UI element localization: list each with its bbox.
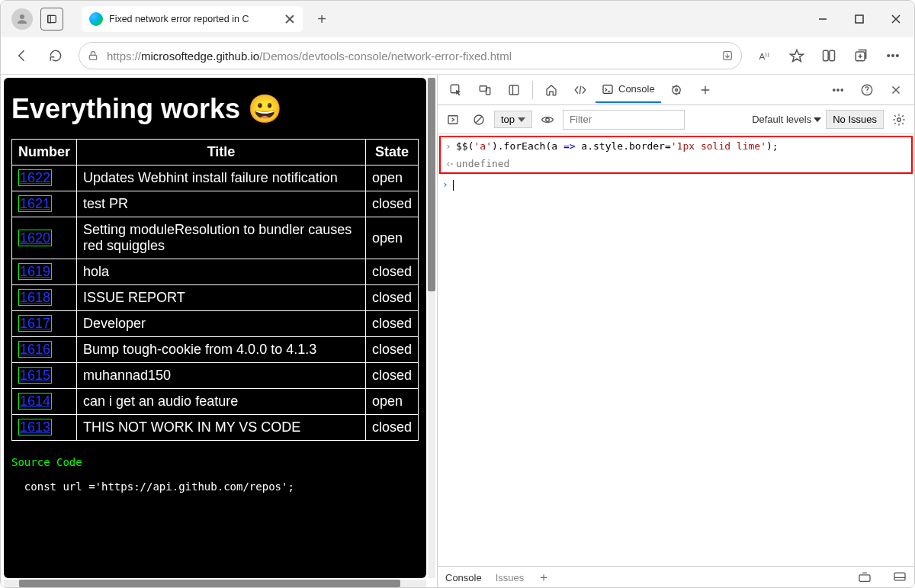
table-row: 1622Updates Webhint install failure noti… [12,165,419,191]
input-marker-icon [445,140,456,152]
console-output[interactable]: $$('a').forEach(a => a.style.border='1px… [438,134,914,566]
table-row: 1619holaclosed [12,259,419,285]
issue-title: hola [77,259,366,285]
drawer-tab-console[interactable]: Console [445,572,482,583]
read-aloud-icon[interactable]: A⁾⁾ [750,40,780,71]
profile-avatar[interactable] [11,8,33,30]
column-header: State [365,140,418,165]
table-row: 1613THIS NOT WORK IN MY VS CODEclosed [12,415,419,441]
table-row: 1617Developerclosed [12,311,419,337]
elements-tab-icon[interactable] [567,76,594,104]
issue-state: closed [365,415,418,441]
more-menu-icon[interactable] [878,40,908,71]
issue-title: ISSUE REPORT [77,285,366,311]
svg-point-43 [546,117,550,121]
svg-line-41 [476,117,482,123]
table-row: 1615muhannad150closed [12,363,419,389]
console-output-text: undefined [456,158,509,169]
svg-marker-44 [814,117,821,122]
issue-link[interactable]: 1622 [18,169,52,186]
issue-title: Updates Webhint install failure notifica… [77,165,366,191]
drawer-expand-icon[interactable] [858,571,872,584]
activity-bar-icon[interactable] [500,76,528,104]
new-tab-button[interactable]: + [309,6,335,32]
devtools-more-icon[interactable] [824,76,852,104]
svg-point-34 [841,88,843,90]
no-issues-button[interactable]: No Issues [826,110,884,129]
svg-rect-23 [509,85,518,95]
source-code-snippet: const url ='https://api.github.com/repos… [11,480,419,493]
tab-title: Fixed network error reported in C [109,14,281,24]
devtools-drawer: Console Issues ＋ [438,566,914,588]
output-marker-icon [445,158,456,169]
vertical-scrollbar[interactable] [428,78,435,578]
welcome-tab-icon[interactable] [538,76,565,104]
back-button[interactable] [7,40,37,71]
maximize-button[interactable] [841,1,878,37]
svg-point-17 [888,55,890,57]
device-toolbar-icon[interactable] [471,76,499,104]
collections-icon[interactable] [846,40,876,71]
close-window-button[interactable] [878,1,914,37]
page-heading: Everything works 😀 [11,93,419,125]
issue-title: Bump tough-cookie from 4.0.0 to 4.1.3 [77,337,366,363]
close-devtools-icon[interactable] [882,76,910,104]
issue-state: closed [365,337,418,363]
tab-console[interactable]: Console [596,77,661,103]
svg-point-45 [897,117,901,121]
log-levels-dropdown[interactable]: Default levels [752,114,821,125]
issue-link[interactable]: 1620 [18,230,52,246]
clear-console-icon[interactable] [468,109,490,130]
svg-rect-26 [603,85,612,93]
issue-state: closed [365,363,418,389]
table-row: 1618ISSUE REPORTclosed [12,285,419,311]
split-screen-icon[interactable] [814,40,844,71]
edge-favicon-icon [89,12,103,26]
help-icon[interactable] [853,76,881,104]
issue-link[interactable]: 1615 [18,367,52,384]
horizontal-scrollbar[interactable] [4,580,426,587]
context-selector[interactable]: top [494,111,532,128]
toggle-sidebar-icon[interactable] [442,109,464,130]
svg-point-32 [833,88,835,90]
browser-tab[interactable]: Fixed network error reported in C [82,6,303,32]
minimize-button[interactable] [804,1,841,37]
issue-state: closed [365,191,418,217]
console-settings-icon[interactable] [888,109,910,130]
issue-link[interactable]: 1614 [18,393,52,410]
issues-table: NumberTitleState 1622Updates Webhint ins… [11,139,419,441]
console-toolbar: top Default levels No Issues [438,105,914,134]
app-available-icon[interactable] [721,50,734,62]
issue-link[interactable]: 1619 [18,263,52,280]
svg-rect-4 [856,15,863,23]
issue-link[interactable]: 1618 [18,289,52,306]
issue-title: muhannad150 [77,363,366,389]
issue-title: Setting moduleResolution to bundler caus… [77,217,366,259]
filter-input[interactable] [563,110,685,130]
devtools-tabstrip: Console [438,75,914,105]
svg-marker-11 [791,50,804,62]
refresh-button[interactable] [40,40,71,71]
issue-link[interactable]: 1617 [18,315,52,332]
issue-link[interactable]: 1621 [18,195,52,212]
issue-link[interactable]: 1616 [18,341,52,358]
url-toolbar: https://microsoftedge.github.io/Demos/de… [1,37,914,74]
lock-icon [87,50,99,62]
issue-link[interactable]: 1613 [18,419,52,435]
live-expression-icon[interactable] [537,109,558,130]
table-row: 1620Setting moduleResolution to bundler … [12,217,419,259]
devtools-panel: Console top Default levels No Issues $$(… [437,75,914,588]
sources-tab-icon[interactable] [663,76,690,104]
tab-actions-icon[interactable] [40,8,63,31]
issue-state: closed [365,259,418,285]
address-bar[interactable]: https://microsoftedge.github.io/Demos/de… [79,42,742,69]
close-tab-icon[interactable] [284,14,295,24]
console-prompt[interactable]: › [438,175,914,194]
inspect-element-icon[interactable] [442,76,470,104]
drawer-dock-icon[interactable] [893,571,907,584]
drawer-tab-issues[interactable]: Issues [496,572,525,583]
favorites-icon[interactable] [782,40,812,71]
table-row: 1616Bump tough-cookie from 4.0.0 to 4.1.… [12,337,419,363]
drawer-add-tab-icon[interactable]: ＋ [538,570,550,586]
more-tabs-icon[interactable] [692,76,719,104]
